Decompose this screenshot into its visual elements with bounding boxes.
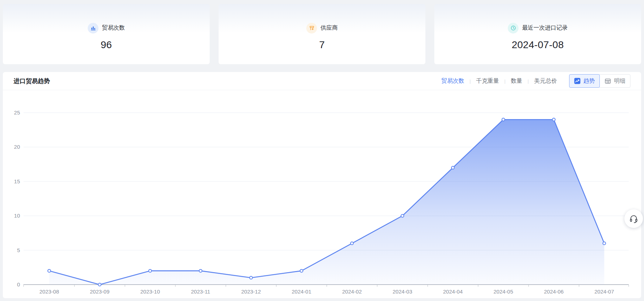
clock-icon [508,23,518,34]
svg-text:2024-02: 2024-02 [342,289,362,295]
svg-text:2023-09: 2023-09 [90,289,109,295]
metric-tab-quantity[interactable]: 数量 [511,77,522,85]
bar-chart-icon [88,23,98,34]
stat-label: 最近一次进口记录 [522,24,568,32]
svg-text:2024-01: 2024-01 [292,289,311,295]
x-axis-labels: 2023-082023-092023-102023-112023-122024-… [39,289,614,295]
svg-text:10: 10 [14,213,20,219]
chart-title: 进口贸易趋势 [14,77,50,85]
stat-card-trade-count: 贸易次数 96 [3,4,210,64]
svg-text:20: 20 [14,144,20,150]
svg-text:2024-07: 2024-07 [594,289,614,295]
table-icon [604,78,611,85]
svg-text:2024-04: 2024-04 [443,289,462,295]
stat-value: 2024-07-08 [512,39,564,51]
svg-text:2024-05: 2024-05 [494,289,513,295]
metric-tab-usd-total[interactable]: 美元总价 [534,77,557,85]
metric-tabs: 贸易次数 | 千克重量 | 数量 | 美元总价 [441,77,557,85]
trend-view-button[interactable]: 趋势 [569,74,600,88]
stat-label: 供应商 [321,24,338,32]
tab-separator: | [528,78,529,84]
svg-text:15: 15 [14,178,20,184]
chart-header: 进口贸易趋势 贸易次数 | 千克重量 | 数量 | 美元总价 趋势 [3,72,641,90]
import-trend-card: 进口贸易趋势 贸易次数 | 千克重量 | 数量 | 美元总价 趋势 [3,72,641,298]
svg-text:2023-10: 2023-10 [140,289,160,295]
trend-line-icon [574,78,581,84]
tab-separator: | [470,78,471,84]
svg-text:2024-06: 2024-06 [544,289,563,295]
support-float-button[interactable] [624,209,643,228]
tab-separator: | [504,78,505,84]
stat-value: 7 [319,39,325,51]
svg-text:2024-03: 2024-03 [393,289,412,295]
detail-view-button[interactable]: 明细 [599,74,630,88]
view-toggle-group: 趋势 明细 [569,74,630,88]
stat-card-suppliers: 供应商 7 [219,4,425,64]
store-icon [306,23,317,34]
svg-text:2023-08: 2023-08 [39,289,59,295]
metric-tab-kg-weight[interactable]: 千克重量 [476,77,499,85]
svg-text:25: 25 [14,109,20,116]
series-area [49,119,604,285]
svg-text:2023-11: 2023-11 [191,289,210,295]
stats-row: 贸易次数 96 供应商 7 [0,0,644,64]
x-axis [24,285,629,287]
svg-text:2023-12: 2023-12 [241,289,261,295]
stat-value: 96 [101,39,112,51]
stat-label: 贸易次数 [102,24,125,32]
trend-chart-svg: 05101520252023-082023-092023-102023-1120… [3,90,641,298]
svg-text:5: 5 [17,247,20,253]
y-axis-labels: 0510152025 [14,109,20,287]
svg-text:0: 0 [17,281,20,287]
view-button-label: 趋势 [583,77,595,85]
view-button-label: 明细 [614,77,625,85]
trend-chart[interactable]: 05101520252023-082023-092023-102023-1120… [3,90,641,298]
stat-card-last-import: 最近一次进口记录 2024-07-08 [434,4,641,64]
headset-icon [629,214,638,223]
metric-tab-trade-count[interactable]: 贸易次数 [441,77,464,85]
